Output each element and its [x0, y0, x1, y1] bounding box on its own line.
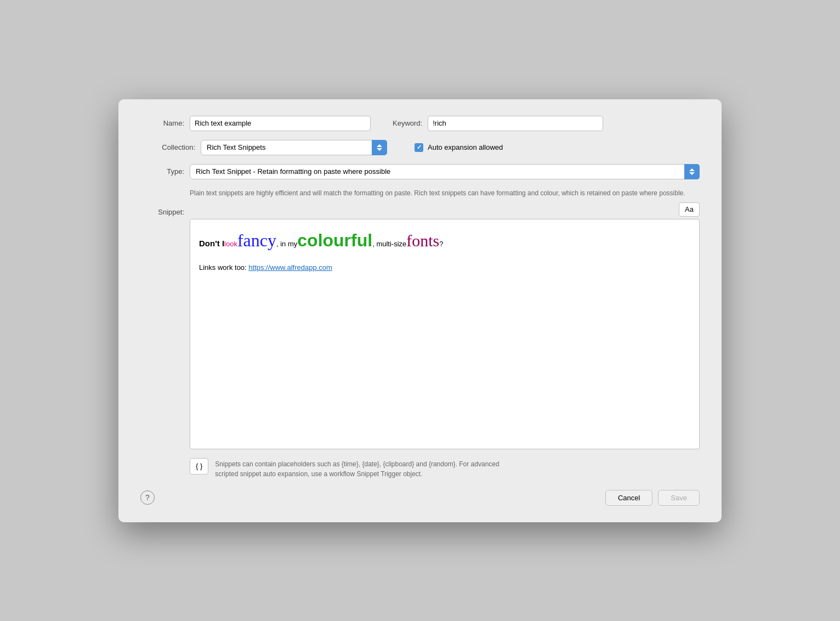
auto-expansion-checkbox[interactable]	[415, 143, 423, 152]
name-row: Name: Keyword:	[140, 116, 700, 131]
keyword-label: Keyword:	[393, 119, 422, 127]
snippet-look: look	[224, 239, 237, 249]
snippet-question: ?	[439, 239, 443, 249]
placeholder-note: Snippets can contain placeholders such a…	[215, 458, 499, 479]
type-select-wrapper: Rich Text Snippet - Retain formatting on…	[190, 164, 700, 179]
snippet-row: Snippet: Aa Don't I lookfancy, in my col…	[140, 202, 700, 449]
snippet-content-box[interactable]: Don't I lookfancy, in my colourful, mult…	[190, 219, 700, 449]
keyword-input[interactable]	[428, 116, 603, 131]
snippet-bottom: { } Snippets can contain placeholders su…	[190, 458, 700, 479]
name-input[interactable]	[190, 116, 371, 131]
snippet-line2: Links work too: https://www.alfredapp.co…	[199, 263, 690, 272]
snippet-label: Snippet:	[140, 208, 184, 216]
snippet-fonts: fonts	[406, 229, 439, 252]
snippet-dont: Don't I	[199, 238, 224, 249]
footer: ? Cancel Save	[140, 490, 700, 506]
type-row: Type: Rich Text Snippet - Retain formatt…	[140, 164, 700, 179]
name-label: Name:	[140, 119, 184, 127]
collection-select-wrapper: Rich Text Snippets	[201, 140, 387, 155]
collection-label: Collection:	[140, 143, 195, 151]
collection-row: Collection: Rich Text Snippets Auto expa…	[140, 140, 700, 155]
type-label: Type:	[140, 167, 184, 176]
snippet-area-wrapper: Aa Don't I lookfancy, in my colourful, m…	[190, 202, 700, 449]
snippet-line1: Don't I lookfancy, in my colourful, mult…	[199, 228, 690, 253]
placeholder-button[interactable]: { }	[190, 458, 208, 475]
auto-expansion-group: Auto expansion allowed	[415, 143, 503, 152]
save-button: Save	[658, 490, 700, 506]
cancel-button[interactable]: Cancel	[605, 490, 652, 506]
auto-expansion-label: Auto expansion allowed	[428, 143, 503, 151]
footer-buttons: Cancel Save	[605, 490, 700, 506]
main-window: Name: Keyword: Collection: Rich Text Sni…	[118, 99, 722, 522]
snippet-links-prefix: Links work too:	[199, 263, 248, 272]
keyword-group: Keyword:	[393, 116, 603, 131]
collection-select[interactable]: Rich Text Snippets	[201, 140, 387, 155]
type-description: Plain text snippets are highly efficient…	[190, 188, 700, 198]
snippet-multisize: , multi-size	[372, 239, 406, 249]
snippet-toolbar: Aa	[190, 202, 700, 217]
snippet-inmy: , in my	[276, 239, 297, 249]
snippet-colourful: colourful	[297, 228, 372, 253]
help-button[interactable]: ?	[140, 490, 155, 505]
font-button[interactable]: Aa	[679, 202, 700, 217]
snippet-fancy: fancy	[237, 228, 276, 253]
type-select[interactable]: Rich Text Snippet - Retain formatting on…	[190, 164, 700, 179]
snippet-link[interactable]: https://www.alfredapp.com	[248, 263, 332, 272]
